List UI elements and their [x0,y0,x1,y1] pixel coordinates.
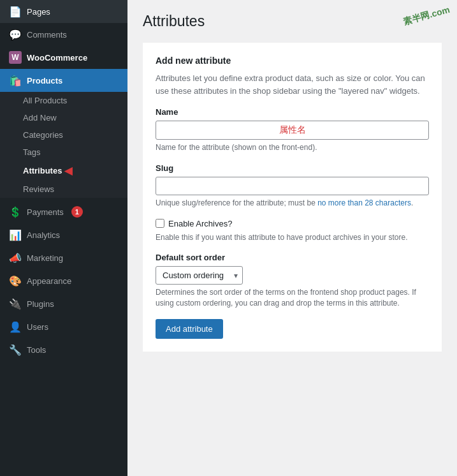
add-attribute-button[interactable]: Add attribute [156,319,223,339]
sort-order-label: Default sort order [156,253,429,262]
enable-archives-row: Enable Archives? [156,219,429,228]
sort-order-group: Default sort order Custom ordering Name … [156,253,429,309]
sidebar-item-pages-label: Pages [27,7,50,17]
sidebar-item-categories[interactable]: Categories [0,126,127,144]
sidebar-item-attributes[interactable]: Attributes ◀ [0,161,127,181]
marketing-icon: 📣 [9,251,22,264]
slug-hint-text1: Unique slug/reference for the attribute;… [156,198,317,207]
slug-hint: Unique slug/reference for the attribute;… [156,198,429,209]
sidebar: 📄 Pages 💬 Comments W WooCommerce 🛍️ Prod… [0,0,127,476]
sidebar-item-marketing-label: Marketing [27,253,63,263]
users-icon: 👤 [9,320,22,333]
name-hint: Name for the attribute (shown on the fro… [156,142,429,153]
sidebar-item-appearance-label: Appearance [27,276,71,286]
slug-field-group: Slug Unique slug/reference for the attri… [156,163,429,209]
sidebar-item-marketing[interactable]: 📣 Marketing [0,246,127,269]
slug-label: Slug [156,163,429,173]
sidebar-item-products-label: Products [27,76,62,86]
products-icon: 🛍️ [9,74,22,87]
sidebar-item-plugins[interactable]: 🔌 Plugins [0,292,127,315]
sort-order-select-wrapper: Custom ordering Name Name (numeric) Term… [156,266,243,285]
sidebar-item-woocommerce[interactable]: W WooCommerce [0,46,127,69]
sidebar-item-pages[interactable]: 📄 Pages [0,0,127,23]
sidebar-item-add-new[interactable]: Add New [0,109,127,126]
sidebar-item-products[interactable]: 🛍️ Products [0,69,127,92]
reviews-label: Reviews [23,184,54,194]
sidebar-item-analytics-label: Analytics [27,230,60,240]
pages-icon: 📄 [9,5,22,18]
sidebar-item-tags[interactable]: Tags [0,144,127,161]
slug-hint-link: no more than 28 characters [317,198,411,207]
sidebar-item-comments[interactable]: 💬 Comments [0,23,127,46]
categories-label: Categories [23,130,63,140]
sidebar-item-tools[interactable]: 🔧 Tools [0,338,127,361]
slug-input[interactable] [156,177,429,195]
sidebar-item-payments[interactable]: 💲 Payments 1 [0,200,127,223]
attributes-label: Attributes [23,166,62,175]
plugins-icon: 🔌 [9,297,22,310]
name-field-group: Name Name for the attribute (shown on th… [156,107,429,153]
slug-hint-text2: . [411,198,413,207]
products-submenu: All Products Add New Categories Tags Att… [0,92,127,198]
enable-archives-label[interactable]: Enable Archives? [168,219,232,228]
sort-order-hint: Determines the sort order of the terms o… [156,287,429,309]
sidebar-item-analytics[interactable]: 📊 Analytics [0,223,127,246]
woocommerce-icon: W [9,51,22,64]
page-title: Attributes [143,13,442,30]
name-input[interactable] [156,121,429,140]
sidebar-item-appearance[interactable]: 🎨 Appearance [0,269,127,292]
sidebar-item-comments-label: Comments [27,30,67,40]
form-description: Attributes let you define extra product … [156,72,429,97]
tags-label: Tags [23,147,40,157]
all-products-label: All Products [23,96,67,105]
main-content: Attributes Add new attribute Attributes … [127,0,457,476]
sidebar-item-plugins-label: Plugins [27,299,54,309]
tools-icon: 🔧 [9,343,22,356]
enable-archives-hint: Enable this if you want this attribute t… [156,232,429,243]
enable-archives-checkbox[interactable] [156,219,164,228]
comments-icon: 💬 [9,28,22,41]
name-label: Name [156,107,429,117]
add-attribute-form: Add new attribute Attributes let you def… [143,43,442,352]
sidebar-item-users-label: Users [27,322,48,332]
enable-archives-group: Enable Archives? Enable this if you want… [156,219,429,243]
attributes-arrow: ◀ [64,165,72,177]
sidebar-item-users[interactable]: 👤 Users [0,315,127,338]
payments-icon: 💲 [9,205,22,218]
add-new-label: Add New [23,113,57,123]
sort-order-select[interactable]: Custom ordering Name Name (numeric) Term… [156,266,243,285]
sidebar-item-payments-label: Payments [27,207,64,217]
sidebar-item-all-products[interactable]: All Products [0,92,127,109]
sidebar-item-woocommerce-label: WooCommerce [27,53,87,63]
form-section-title: Add new attribute [156,56,429,66]
analytics-icon: 📊 [9,228,22,241]
payments-badge: 1 [71,206,83,218]
appearance-icon: 🎨 [9,274,22,287]
sidebar-item-tools-label: Tools [27,345,46,355]
sidebar-item-reviews[interactable]: Reviews [0,181,127,198]
